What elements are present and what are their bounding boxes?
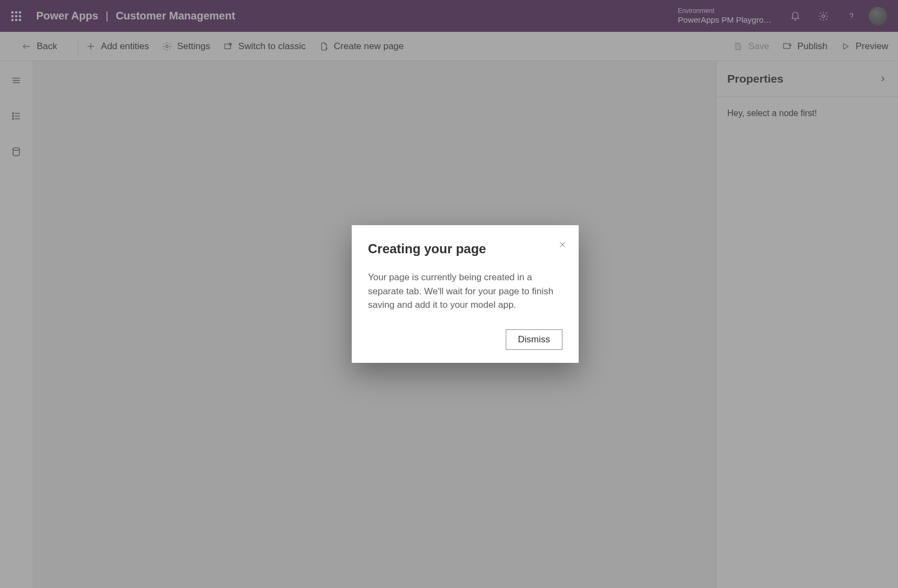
dismiss-button[interactable]: Dismiss	[506, 329, 563, 350]
dialog-close-button[interactable]	[558, 240, 567, 251]
dialog-actions: Dismiss	[368, 329, 562, 350]
dialog-body: Your page is currently being created in …	[368, 271, 562, 312]
creating-page-dialog: Creating your page Your page is currentl…	[352, 225, 579, 363]
close-icon	[558, 240, 567, 249]
modal-overlay: Creating your page Your page is currentl…	[0, 0, 898, 588]
dialog-title: Creating your page	[368, 241, 562, 256]
